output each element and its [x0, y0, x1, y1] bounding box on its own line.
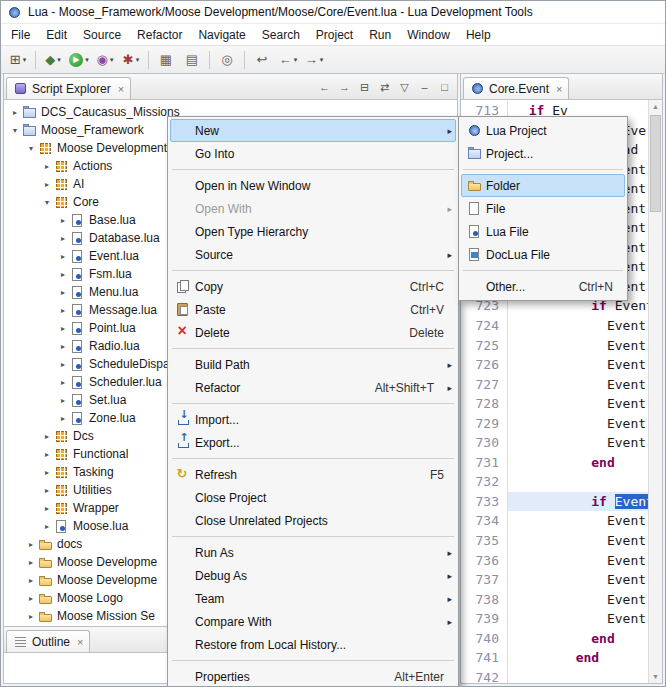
expand-arrow-icon[interactable]: ▸	[56, 306, 70, 315]
expand-arrow-icon[interactable]: ▸	[56, 216, 70, 225]
navigate-back-button[interactable]: ←▾	[275, 49, 301, 71]
code-line: 731 end	[461, 453, 662, 473]
menu-item-new[interactable]: New▸	[170, 119, 456, 142]
menu-item-go-into[interactable]: Go Into	[170, 142, 456, 165]
code-token	[513, 494, 591, 509]
link-with-editor-icon[interactable]: ⇄	[376, 79, 393, 95]
menu-item-source[interactable]: Source▸	[170, 243, 456, 266]
menu-item-close-project[interactable]: Close Project	[170, 486, 456, 509]
editor-scrollbar[interactable]: ▲ ▼	[648, 100, 662, 683]
search-button[interactable]: ◎	[214, 49, 240, 71]
tab-outline[interactable]: Outline ×	[6, 630, 90, 652]
last-edit-location-button[interactable]: ↩	[249, 49, 275, 71]
external-tools-button[interactable]: ✱▾	[118, 49, 144, 71]
expand-arrow-icon[interactable]: ▸	[24, 540, 38, 549]
expand-arrow-icon[interactable]: ▸	[56, 360, 70, 369]
view-back-icon[interactable]: ←	[316, 79, 333, 95]
menu-item-debug-as[interactable]: Debug As▸	[170, 564, 456, 587]
menu-item-compare-with[interactable]: Compare With▸	[170, 610, 456, 633]
maximize-icon[interactable]: □	[436, 79, 453, 95]
menu-source[interactable]: Source	[75, 26, 129, 44]
menu-edit[interactable]: Edit	[38, 26, 75, 44]
expand-arrow-icon[interactable]: ▸	[56, 342, 70, 351]
expand-arrow-icon[interactable]: ▸	[40, 468, 54, 477]
menu-item-open-type-hierarchy[interactable]: Open Type Hierarchy	[170, 220, 456, 243]
scrollbar-thumb[interactable]	[650, 115, 661, 212]
menu-item-properties[interactable]: PropertiesAlt+Enter	[170, 665, 456, 687]
menu-item-copy[interactable]: CopyCtrl+C	[170, 275, 456, 298]
expand-arrow-icon[interactable]: ▸	[24, 558, 38, 567]
menu-item-import[interactable]: Import...	[170, 408, 456, 431]
view-forward-icon[interactable]: →	[336, 79, 353, 95]
expand-arrow-icon[interactable]: ▸	[40, 504, 54, 513]
expand-arrow-icon[interactable]: ▸	[56, 234, 70, 243]
run-button[interactable]: ▶▾	[66, 49, 92, 71]
menu-refactor[interactable]: Refactor	[129, 26, 190, 44]
expand-arrow-icon[interactable]: ▸	[40, 522, 54, 531]
menu-file[interactable]: File	[3, 26, 38, 44]
debug-button[interactable]: ◆▾	[40, 49, 66, 71]
expand-arrow-icon[interactable]: ▸	[56, 252, 70, 261]
expand-arrow-icon[interactable]: ▸	[40, 450, 54, 459]
menu-item-label: Other...	[486, 280, 565, 294]
menu-item-refresh[interactable]: RefreshF5	[170, 463, 456, 486]
expand-arrow-icon[interactable]: ▸	[56, 396, 70, 405]
expand-arrow-icon[interactable]: ▸	[24, 576, 38, 585]
expand-arrow-icon[interactable]: ▸	[40, 180, 54, 189]
menu-item-project[interactable]: Project...	[461, 142, 625, 165]
collapse-arrow-icon[interactable]: ▾	[40, 198, 54, 207]
collapse-arrow-icon[interactable]: ▾	[8, 126, 22, 135]
expand-arrow-icon[interactable]: ▸	[40, 162, 54, 171]
menu-item-export[interactable]: Export...	[170, 431, 456, 454]
menu-item-open-in-new-window[interactable]: Open in New Window	[170, 174, 456, 197]
menu-item-refactor[interactable]: RefactorAlt+Shift+T▸	[170, 376, 456, 399]
menu-item-team[interactable]: Team▸	[170, 587, 456, 610]
tab-script-explorer[interactable]: Script Explorer ×	[6, 77, 131, 99]
close-icon[interactable]: ×	[556, 83, 562, 95]
profile-button[interactable]: ◉▾	[92, 49, 118, 71]
menu-search[interactable]: Search	[254, 26, 308, 44]
expand-arrow-icon[interactable]: ▸	[56, 288, 70, 297]
expand-arrow-icon[interactable]: ▸	[56, 324, 70, 333]
expand-arrow-icon[interactable]: ▸	[40, 432, 54, 441]
navigate-forward-button[interactable]: →▾	[301, 49, 327, 71]
menu-item-build-path[interactable]: Build Path▸	[170, 353, 456, 376]
menu-item-file[interactable]: File	[461, 197, 625, 220]
menu-navigate[interactable]: Navigate	[190, 26, 253, 44]
submenu-arrow-icon: ▸	[442, 383, 452, 393]
menu-item-lua-project[interactable]: Lua Project	[461, 119, 625, 142]
expand-arrow-icon[interactable]: ▸	[24, 594, 38, 603]
menu-run[interactable]: Run	[361, 26, 399, 44]
menu-item-folder[interactable]: Folder	[461, 174, 625, 197]
menu-project[interactable]: Project	[308, 26, 361, 44]
menu-help[interactable]: Help	[458, 26, 499, 44]
open-grid-button[interactable]: ▤	[179, 49, 205, 71]
menu-window[interactable]: Window	[399, 26, 458, 44]
close-icon[interactable]: ×	[77, 636, 83, 648]
expand-arrow-icon[interactable]: ▸	[56, 414, 70, 423]
menu-item-close-unrelated-projects[interactable]: Close Unrelated Projects	[170, 509, 456, 532]
open-table-button[interactable]: ▦	[153, 49, 179, 71]
collapse-all-icon[interactable]: ⊟	[356, 79, 373, 95]
menu-item-lua-file[interactable]: Lua File	[461, 220, 625, 243]
menu-item-open-with[interactable]: Open With▸	[170, 197, 456, 220]
view-menu-icon[interactable]: ▽	[396, 79, 413, 95]
new-wizard-button[interactable]: ⊞▾	[5, 49, 31, 71]
expand-arrow-icon[interactable]: ▸	[24, 612, 38, 621]
expand-arrow-icon[interactable]: ▸	[40, 486, 54, 495]
expand-arrow-icon[interactable]: ▸	[8, 108, 22, 117]
scroll-down-icon[interactable]: ▼	[652, 670, 659, 683]
scroll-up-icon[interactable]: ▲	[652, 100, 659, 113]
menu-item-doclua-file[interactable]: DocLua File	[461, 243, 625, 266]
collapse-arrow-icon[interactable]: ▾	[24, 144, 38, 153]
expand-arrow-icon[interactable]: ▸	[56, 378, 70, 387]
menu-item-delete[interactable]: DeleteDelete	[170, 321, 456, 344]
menu-item-restore-from-local-history[interactable]: Restore from Local History...	[170, 633, 456, 656]
menu-item-paste[interactable]: PasteCtrl+V	[170, 298, 456, 321]
expand-arrow-icon[interactable]: ▸	[56, 270, 70, 279]
tab-core-event[interactable]: Core.Event ×	[463, 77, 569, 99]
menu-item-run-as[interactable]: Run As▸	[170, 541, 456, 564]
close-icon[interactable]: ×	[118, 83, 124, 95]
menu-item-other[interactable]: Other...Ctrl+N	[461, 275, 625, 298]
minimize-icon[interactable]: –	[416, 79, 433, 95]
